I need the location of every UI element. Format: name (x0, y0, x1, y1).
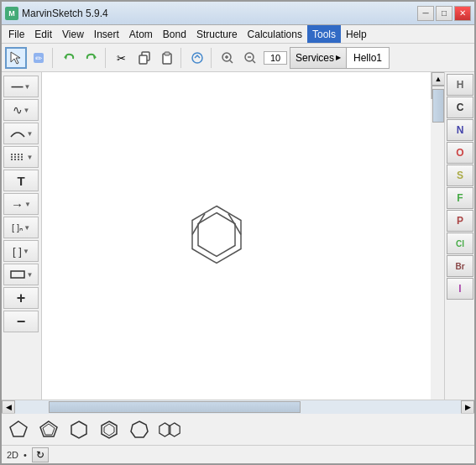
h-scroll-track[interactable] (15, 400, 461, 414)
canvas-area[interactable] (42, 72, 431, 400)
element-P-button[interactable]: P (447, 210, 473, 232)
element-Cl-button[interactable]: Cl (447, 232, 473, 254)
dropdown-arrow-icon: ▼ (24, 201, 31, 208)
pentagon-open-button[interactable] (7, 418, 30, 441)
window-controls: ─ □ ✕ (417, 6, 471, 21)
hexagon-aromatic-button[interactable] (97, 418, 121, 441)
mode-indicator: 2D (7, 450, 18, 460)
dropdown-arrow-icon: ▼ (27, 271, 34, 279)
svg-rect-7 (139, 55, 147, 64)
menu-view[interactable]: View (57, 25, 89, 43)
element-S-button[interactable]: S (447, 165, 473, 186)
svg-text:✂: ✂ (117, 52, 126, 65)
bracket-n-button[interactable]: [ ]ₙ ▼ (3, 217, 39, 238)
rotate-icon: ↻ (36, 449, 44, 461)
pen-tool-button[interactable]: ✏ (28, 47, 50, 69)
hexagon-open-button[interactable] (67, 418, 91, 441)
dropdown-arrow-icon: ▼ (27, 130, 34, 138)
dropdown-arrow-icon: ▼ (27, 154, 34, 161)
horizontal-scrollbar: ◀ ▶ (2, 400, 474, 413)
arc-button[interactable]: ▼ (3, 123, 39, 144)
bracket-button[interactable]: [ ] ▼ (3, 240, 39, 262)
toolbar-separator-2 (105, 48, 108, 68)
element-panel: H C N O S F P Cl Br I (444, 72, 474, 400)
toolbar-separator-1 (52, 48, 55, 68)
svg-marker-22 (192, 206, 241, 264)
text-tool-button[interactable]: T (3, 170, 39, 191)
menu-insert[interactable]: Insert (89, 25, 124, 43)
wavy-bond-button[interactable]: ∿ ▼ (3, 99, 39, 121)
minimize-button[interactable]: ─ (417, 6, 434, 21)
element-I-button[interactable]: I (447, 278, 473, 300)
services-button[interactable]: Services ▶ (290, 47, 347, 69)
menu-edit[interactable]: Edit (29, 25, 57, 43)
element-H-button[interactable]: H (447, 74, 473, 96)
pentagon-filled-button[interactable] (37, 418, 60, 441)
h-scroll-thumb[interactable] (49, 401, 301, 413)
main-toolbar: ✏ ✂ 10 Ser (2, 44, 474, 72)
right-panels: ▲ ▼ (431, 72, 444, 400)
zoom-out-button[interactable] (239, 47, 261, 69)
dropdown-arrow-icon: ▼ (24, 107, 30, 114)
maximize-button[interactable]: □ (436, 6, 452, 21)
element-Br-button[interactable]: Br (447, 255, 473, 277)
rect-tool-button[interactable]: ▼ (3, 264, 39, 285)
services-label: Services (296, 52, 334, 64)
svg-marker-29 (43, 424, 55, 435)
undo-button[interactable] (58, 47, 80, 69)
select-tool-button[interactable] (5, 47, 27, 69)
arrow-tool-button[interactable]: → ▼ (3, 193, 39, 215)
element-O-button[interactable]: O (447, 142, 473, 164)
menu-file[interactable]: File (3, 25, 29, 43)
bottom-area: ◀ ▶ (2, 400, 474, 463)
toolbar-separator-4 (211, 48, 214, 68)
menu-bond[interactable]: Bond (158, 25, 191, 43)
svg-text:✏: ✏ (35, 54, 43, 63)
menu-structure[interactable]: Structure (191, 25, 243, 43)
cut-button[interactable]: ✂ (111, 47, 133, 69)
plus-button[interactable]: + (3, 287, 39, 309)
menu-bar: File Edit View Insert Atom Bond Structur… (2, 25, 474, 44)
scroll-up-button[interactable]: ▲ (432, 72, 445, 86)
close-button[interactable]: ✕ (454, 6, 471, 21)
dashed-bond-button[interactable]: ▼ (3, 146, 39, 168)
redo-button[interactable] (81, 47, 102, 69)
left-toolbar: — ▼ ∿ ▼ ▼ ▼ T → ▼ [ ]ₙ (2, 72, 42, 400)
dropdown-arrow-icon: ▼ (24, 83, 31, 91)
svg-marker-33 (131, 421, 148, 437)
svg-rect-21 (11, 271, 24, 278)
minus-button[interactable]: − (3, 311, 39, 332)
menu-help[interactable]: Help (341, 25, 372, 43)
hello-tab[interactable]: Hello1 (347, 47, 390, 69)
rotate-button[interactable]: ↻ (32, 447, 49, 462)
zoom-value: 10 (264, 51, 287, 65)
element-C-button[interactable]: C (447, 97, 473, 118)
single-bond-button[interactable]: — ▼ (3, 76, 39, 97)
svg-line-14 (230, 60, 233, 63)
status-separator: • (24, 450, 27, 460)
copy-button[interactable] (133, 47, 155, 69)
heptagon-button[interactable] (128, 418, 151, 441)
paste-button[interactable] (156, 47, 178, 69)
benzene-structure (183, 201, 250, 271)
bicyclic-button[interactable] (158, 418, 181, 441)
scroll-thumb[interactable] (432, 89, 444, 123)
dropdown-arrow-icon: ▼ (23, 248, 29, 255)
menu-atom[interactable]: Atom (124, 25, 158, 43)
svg-line-17 (253, 60, 255, 63)
element-N-button[interactable]: N (447, 119, 473, 141)
menu-tools[interactable]: Tools (307, 25, 341, 43)
svg-marker-0 (11, 52, 20, 64)
shape-toolbar (2, 413, 474, 445)
svg-rect-9 (165, 52, 170, 55)
menu-calculations[interactable]: Calculations (243, 25, 307, 43)
clean2d-button[interactable] (186, 47, 208, 69)
scroll-left-button[interactable]: ◀ (2, 400, 15, 414)
zoom-in-button[interactable] (217, 47, 238, 69)
element-F-button[interactable]: F (447, 187, 473, 209)
status-bar: 2D • ↻ (2, 445, 474, 463)
services-area: Services ▶ Hello1 (290, 47, 390, 69)
scroll-right-button[interactable]: ▶ (461, 400, 474, 414)
svg-point-10 (192, 53, 202, 63)
dropdown-arrow-icon: ▼ (24, 224, 30, 232)
